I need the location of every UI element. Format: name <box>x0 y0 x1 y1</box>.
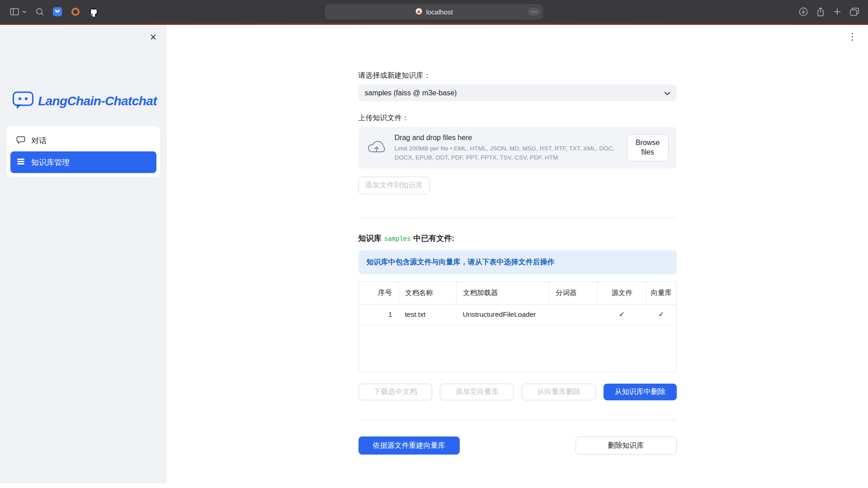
col-header-vector: 向量库 <box>646 282 676 304</box>
kb-select-label: 请选择或新建知识库： <box>359 71 677 80</box>
sidebar-item-dialogue[interactable]: 对话 <box>10 130 156 151</box>
app-logo: LangChain-Chatchat <box>12 91 157 112</box>
kb-name-code: samples <box>384 235 411 243</box>
cell-vector-check: ✓ <box>646 304 676 325</box>
cell-doc-name: test.txt <box>399 304 457 325</box>
cell-source-check: ✓ <box>598 304 646 325</box>
sidebar: ✕ LangChain-Chatchat 对话 <box>0 25 167 488</box>
site-favicon <box>415 8 422 16</box>
kb-files-heading-prefix: 知识库 <box>359 234 382 243</box>
info-banner: 知识库中包含源文件与向量库，请从下表中选择文件后操作 <box>359 250 677 274</box>
content-column: 请选择或新建知识库： samples (faiss @ m3e-base) 上传… <box>359 25 677 455</box>
sidebar-item-label: 知识库管理 <box>31 157 70 168</box>
col-header-splitter: 分词器 <box>549 282 598 304</box>
extension-lens-icon[interactable] <box>71 7 80 16</box>
dropzone-texts: Drag and drop files here Limit 200MB per… <box>395 134 619 162</box>
sidebar-item-label: 对话 <box>31 136 47 146</box>
col-header-doc-name: 文档名称 <box>399 282 457 304</box>
cell-loader: UnstructuredFileLoader <box>457 304 549 325</box>
page-options-icon[interactable]: ⋯ <box>528 8 540 16</box>
select-chevron-icon <box>664 89 670 97</box>
divider <box>359 218 677 218</box>
logo-chat-bubble-icon <box>12 91 34 112</box>
table-header-row: 序号 文档名称 文档加载器 分词器 源文件 向量库 <box>359 282 676 304</box>
kb-files-heading-suffix: 中已有文件: <box>413 234 454 243</box>
upload-label: 上传知识文件： <box>359 113 677 123</box>
remove-from-vector-button[interactable]: 从向量库删除 <box>522 384 596 400</box>
kb-select-value: samples (faiss @ m3e-base) <box>365 89 457 97</box>
dropzone-title: Drag and drop files here <box>395 134 619 142</box>
table-row[interactable]: 1 test.txt UnstructuredFileLoader ✓ ✓ <box>359 304 676 325</box>
chat-bubble-icon <box>16 135 25 146</box>
search-icon[interactable] <box>36 8 44 16</box>
downloads-icon[interactable] <box>799 7 808 16</box>
cloud-upload-icon <box>367 139 387 156</box>
sidebar-toggle-icon[interactable] <box>10 8 19 15</box>
divider <box>359 420 677 420</box>
browser-toolbar: localhost ⋯ <box>0 0 868 23</box>
col-header-loader: 文档加载器 <box>457 282 549 304</box>
file-dropzone[interactable]: Drag and drop files here Limit 200MB per… <box>359 127 677 169</box>
app-menu-icon[interactable]: ⋮ <box>848 31 857 42</box>
delete-kb-button[interactable]: 删除知识库 <box>576 436 677 455</box>
address-bar[interactable]: localhost ⋯ <box>325 4 543 19</box>
browse-files-button[interactable]: Browse files <box>627 134 669 161</box>
kb-files-heading: 知识库samples中已有文件: <box>359 233 677 244</box>
chevron-down-icon[interactable] <box>22 10 27 13</box>
main-area: ⋮ 请选择或新建知识库： samples (faiss @ m3e-base) … <box>167 25 868 488</box>
extension-bluesky-icon[interactable] <box>53 7 62 16</box>
download-selected-button[interactable]: 下载选中文档 <box>359 384 433 400</box>
sidebar-close-icon[interactable]: ✕ <box>150 33 157 42</box>
share-icon[interactable] <box>816 7 825 17</box>
add-files-button[interactable]: 添加文件到知识库 <box>359 177 430 194</box>
col-header-source: 源文件 <box>598 282 646 304</box>
delete-from-kb-button[interactable]: 从知识库中删除 <box>604 384 677 400</box>
new-tab-icon[interactable] <box>833 8 841 16</box>
sidebar-bottom-strip <box>0 483 167 488</box>
dropzone-limit: Limit 200MB per file • EML, HTML, JSON, … <box>395 144 619 162</box>
add-to-vector-button[interactable]: 添加至向量库 <box>440 384 514 400</box>
sidebar-nav: 对话 知识库管理 <box>7 126 160 177</box>
kb-select[interactable]: samples (faiss @ m3e-base) <box>359 84 677 101</box>
cell-index: 1 <box>359 304 399 325</box>
files-table: 序号 文档名称 文档加载器 分词器 源文件 向量库 1 test.txt Uns… <box>359 282 677 372</box>
address-url: localhost <box>426 8 453 16</box>
file-actions: 下载选中文档 添加至向量库 从向量库删除 从知识库中删除 <box>359 384 677 400</box>
knowledge-base-icon <box>16 157 25 168</box>
rebuild-vector-store-button[interactable]: 依据源文件重建向量库 <box>359 436 460 455</box>
logo-text: LangChain-Chatchat <box>38 94 157 108</box>
kb-actions: 依据源文件重建向量库 删除知识库 <box>359 436 677 455</box>
sidebar-item-knowledge-base[interactable]: 知识库管理 <box>10 151 156 173</box>
cell-splitter <box>549 304 598 325</box>
extension-github-icon[interactable] <box>89 7 99 17</box>
col-header-index: 序号 <box>359 282 399 304</box>
tab-overview-icon[interactable] <box>850 8 859 16</box>
